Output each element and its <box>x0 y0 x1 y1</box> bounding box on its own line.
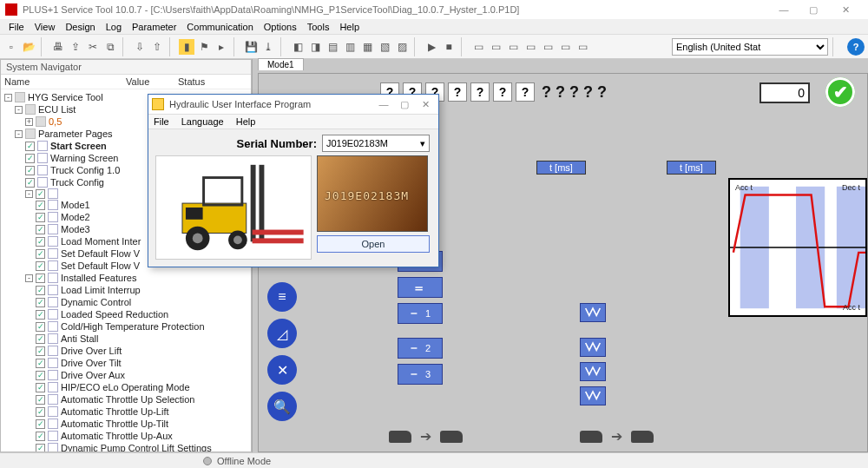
tb-import-icon[interactable]: ⇩ <box>132 39 148 55</box>
tb-new-icon[interactable]: ▫ <box>3 39 19 55</box>
time-chip-b[interactable]: t [ms] <box>667 161 716 175</box>
svg-point-14 <box>233 235 242 244</box>
counter-display: 0 <box>760 82 810 103</box>
tb-h2-icon[interactable]: ▭ <box>488 39 503 55</box>
tree-node[interactable]: ✓Automatic Throttle Up-Lift <box>1 405 251 418</box>
tb-more-icon[interactable]: ▸ <box>214 39 229 55</box>
dialog-maximize-icon[interactable]: ▢ <box>395 99 414 110</box>
q-box[interactable]: ? <box>516 82 535 102</box>
tree-node[interactable]: ✓Drive Over Aux <box>1 369 251 381</box>
tree-node[interactable]: ✓Drive Over Lift <box>1 345 251 357</box>
q-box[interactable]: ? <box>470 82 490 102</box>
q-box[interactable]: ? <box>448 82 467 102</box>
tb-export-icon[interactable]: ⇪ <box>68 39 83 55</box>
close-button[interactable]: ✕ <box>828 0 863 19</box>
tb-print-icon[interactable]: 🖶 <box>50 39 66 55</box>
wing-button[interactable] <box>580 362 606 381</box>
wing-button[interactable] <box>580 303 606 322</box>
tb-highlight-icon[interactable]: ▮ <box>179 39 194 55</box>
tb-stop-icon[interactable]: ■ <box>441 39 457 55</box>
menu-design[interactable]: Design <box>60 22 100 32</box>
tree-node[interactable]: ✓Automatic Throttle Up-Aux <box>1 430 251 442</box>
tree-node[interactable]: ✓Drive Over Tilt <box>1 357 251 369</box>
tb-h6-icon[interactable]: ▭ <box>557 39 573 55</box>
tree-node[interactable]: ✓Dynamic Control <box>1 296 251 308</box>
q-box[interactable]: ? <box>493 82 512 102</box>
seat-icon <box>580 431 602 443</box>
chevron-down-icon: ▾ <box>420 138 425 149</box>
language-select[interactable]: English (United Stat <box>672 38 828 56</box>
menu-log[interactable]: Log <box>101 22 127 32</box>
dialog-menu-language[interactable]: Language <box>181 116 224 127</box>
tb-h4-icon[interactable]: ▭ <box>523 39 538 55</box>
dialog-menu-file[interactable]: File <box>154 116 169 127</box>
tree-node[interactable]: ✓Automatic Throttle Up-Tilt <box>1 418 251 430</box>
tb-save-icon[interactable]: 💾 <box>243 39 259 55</box>
seat-icon <box>389 431 411 443</box>
tree-node[interactable]: ✓Anti Stall <box>1 333 251 345</box>
tb-h5-icon[interactable]: ▭ <box>540 39 556 55</box>
minimize-button[interactable]: — <box>769 0 799 19</box>
wing-button[interactable] <box>580 386 606 405</box>
cmd-button[interactable] <box>398 277 443 298</box>
geometry-icon[interactable]: ◿ <box>267 319 297 348</box>
tb-saveas-icon[interactable]: ⤓ <box>260 39 276 55</box>
acceleration-graph: Acc t Dec t Acc t <box>728 178 867 317</box>
cmd-button-3[interactable]: 3 <box>398 364 443 385</box>
time-chip-a[interactable]: t [ms] <box>536 161 586 175</box>
levels-icon[interactable]: ≡ <box>267 282 297 312</box>
serial-combo[interactable]: J019E02183M ▾ <box>322 135 430 152</box>
tb-flag-icon[interactable]: ⚑ <box>196 39 212 55</box>
dialog-titlebar[interactable]: Hydraulic User Interface Program — ▢ ✕ <box>148 95 438 114</box>
menu-help[interactable]: Help <box>334 22 365 32</box>
help-icon[interactable]: ? <box>847 38 865 56</box>
graph-label-acc: Acc t <box>735 183 753 192</box>
dialog-app-icon <box>152 98 164 110</box>
menu-tools[interactable]: Tools <box>302 22 335 32</box>
menu-file[interactable]: File <box>3 22 30 32</box>
dialog-menu-help[interactable]: Help <box>236 116 256 127</box>
status-dot-icon <box>203 457 212 465</box>
tb-h7-icon[interactable]: ▭ <box>575 39 590 55</box>
tree-node[interactable]: ✓Automatic Throttle Up Selection <box>1 393 251 405</box>
menu-parameter[interactable]: Parameter <box>127 22 181 32</box>
seat-icon <box>631 431 654 443</box>
menu-communication[interactable]: Communication <box>181 22 258 32</box>
tb-g5-icon[interactable]: ▦ <box>359 39 375 55</box>
tab-mode1[interactable]: Mode1 <box>258 58 304 70</box>
tree-node[interactable]: ✓Load Limit Interrup <box>1 284 251 296</box>
dialog-title: Hydraulic User Interface Program <box>169 99 311 109</box>
tb-g6-icon[interactable]: ▧ <box>377 39 392 55</box>
cmd-button-1[interactable]: 1 <box>398 303 443 324</box>
tree-node[interactable]: ✓Cold/High Temperature Protection <box>1 320 251 333</box>
tb-copy-icon[interactable]: ⧉ <box>102 39 118 55</box>
open-button[interactable]: Open <box>317 235 430 253</box>
search-icon[interactable]: 🔍 <box>267 392 297 421</box>
tree-node[interactable]: -✓Installed Features <box>1 272 251 284</box>
maximize-button[interactable]: ▢ <box>799 0 828 19</box>
tb-open-icon[interactable]: 📂 <box>21 39 36 55</box>
tree-node[interactable]: ✓HIP/ECO eLo Operating Mode <box>1 381 251 393</box>
menu-options[interactable]: Options <box>259 22 302 32</box>
dialog-close-icon[interactable]: ✕ <box>416 99 435 110</box>
menu-view[interactable]: View <box>30 22 61 32</box>
tb-g2-icon[interactable]: ◨ <box>307 39 323 55</box>
wrench-icon[interactable]: ✕ <box>267 355 297 385</box>
dialog-minimize-icon[interactable]: — <box>374 99 393 110</box>
tb-cut-icon[interactable]: ✂ <box>85 39 101 55</box>
tree-node[interactable]: ✓Dynamic Pump Control Lift Settings <box>1 442 251 452</box>
tb-g4-icon[interactable]: ▥ <box>342 39 358 55</box>
tb-h3-icon[interactable]: ▭ <box>505 39 521 55</box>
tb-play-icon[interactable]: ▶ <box>424 39 439 55</box>
tb-h1-icon[interactable]: ▭ <box>470 39 486 55</box>
tree-node[interactable]: ✓Loaded Speed Reduction <box>1 308 251 320</box>
wing-button[interactable] <box>580 338 606 357</box>
side-toolbox: ≡ ◿ ✕ 🔍 <box>267 282 297 421</box>
tb-upload-icon[interactable]: ⇧ <box>149 39 165 55</box>
menubar: File View Design Log Parameter Communica… <box>0 19 868 35</box>
tb-g7-icon[interactable]: ▨ <box>394 39 410 55</box>
tb-g1-icon[interactable]: ◧ <box>290 39 306 55</box>
tb-g3-icon[interactable]: ▤ <box>325 39 340 55</box>
cmd-button-2[interactable]: 2 <box>398 338 443 359</box>
window-title: PLUS+1 Service Tool 10.0.7 - [C:\Users\f… <box>23 4 519 15</box>
